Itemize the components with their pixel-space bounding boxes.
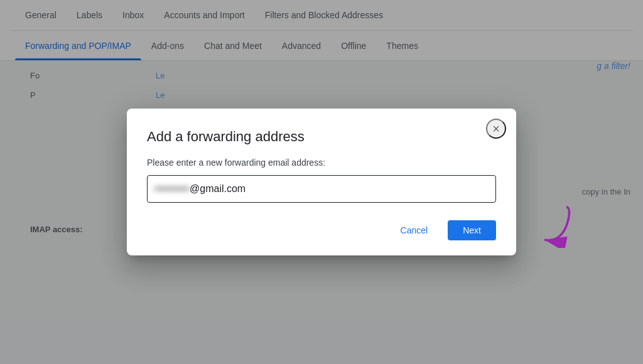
settings-page: General Labels Inbox Accounts and Import… (0, 0, 643, 364)
next-button[interactable]: Next (448, 220, 496, 240)
modal-actions: Cancel Next (147, 220, 496, 240)
purple-arrow-icon (519, 201, 573, 248)
email-input[interactable] (147, 175, 496, 203)
forwarding-modal: Add a forwarding address × Please enter … (127, 109, 516, 255)
modal-close-button[interactable]: × (486, 119, 506, 139)
modal-overlay: Add a forwarding address × Please enter … (0, 0, 643, 364)
cancel-button[interactable]: Cancel (388, 220, 441, 240)
modal-title: Add a forwarding address (147, 129, 496, 145)
modal-instruction: Please enter a new forwarding email addr… (147, 158, 496, 168)
arrow-indicator (519, 201, 573, 250)
